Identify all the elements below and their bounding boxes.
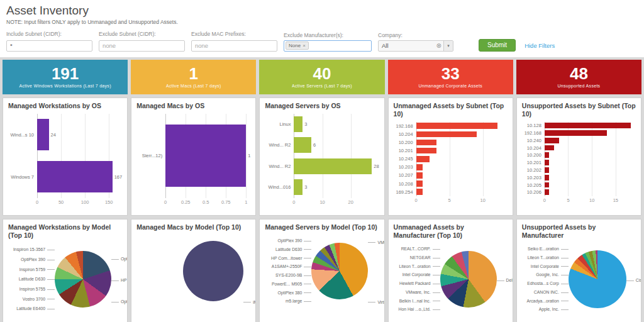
pie (183, 241, 243, 301)
category-label: 10.128 (522, 123, 545, 128)
pie-area: REALT...CORP.NETGEARLiteon T...orationIn… (394, 242, 508, 316)
kpi-value: 1 (189, 65, 198, 82)
kpi-active-macs: 1 Active Macs (Last 7 days) (131, 60, 256, 94)
slice-label: Cisco Meraki (626, 278, 641, 282)
bar-area (416, 171, 508, 179)
pie-labels-right: Dell Inc. (497, 242, 513, 316)
pie-area: Inspiron 15-3567OptiPlex 390Inspiron 575… (8, 242, 122, 316)
bar-area (416, 155, 508, 163)
kpi-value: 48 (570, 65, 588, 82)
exclude-mac-input[interactable] (191, 40, 277, 52)
filter-include-subnet: Include Subnet (CIDR): (6, 31, 92, 52)
chart-title: Managed Macs by Model (Top 10) (136, 223, 250, 231)
exclude-manufacturer-input[interactable]: None × (284, 40, 372, 52)
filters-note: NOTE: Input filters ONLY apply to Unmana… (6, 19, 638, 25)
filter-exclude-subnet: Exclude Subnet (CIDR): (99, 31, 185, 52)
bar-plot: Wind...s 1024Windows 7167 (8, 114, 122, 198)
slice-label: HP Com...itower (271, 256, 311, 260)
bar-row: Linux3 (265, 114, 379, 135)
slice-label: HP Com...itower (111, 278, 128, 282)
x-tick-label: 0.75 (221, 199, 231, 205)
chart-managed-workstations-by-os: Managed Workstations by OS Wind...s 1024… (3, 97, 128, 216)
bar-plot: 10.128192.16810.24010.20410.20010.20110.… (522, 122, 636, 196)
slice-label: OptiPlex 380 (277, 291, 311, 295)
bar-chart: Linux3Wind... R26Wind... R228Wind...0163… (265, 114, 379, 206)
kpi-active-windows-workstations: 191 Active Windows Workstations (Last 7 … (3, 60, 128, 94)
slice-label: Inspiron 5755 (19, 287, 55, 291)
kpi-row: 191 Active Windows Workstations (Last 7 … (3, 60, 641, 94)
category-label: Wind...016 (265, 184, 294, 190)
kpi-label: Unmanaged Corporate Assets (418, 84, 482, 88)
bar-row: 10.245 (394, 155, 508, 163)
bar-area (545, 136, 636, 144)
chart-managed-servers-by-model: Managed Servers by Model (Top 10) OptiPl… (259, 219, 384, 322)
bar (545, 175, 550, 180)
chart-managed-macs-by-model: Managed Macs by Model (Top 10) iMac12,1 (131, 219, 256, 322)
bar-row: 10.203 (522, 174, 636, 181)
x-tick-label: 15 (613, 197, 618, 203)
bar (545, 123, 631, 128)
bar-area (545, 167, 636, 174)
category-label: Sierr...12) (136, 153, 165, 158)
chart-unmanaged-assets-by-manufacturer: Unmanaged Assets by Manufacturer (Top 10… (388, 219, 513, 322)
bar-row: Wind... R26 (265, 135, 379, 156)
include-subnet-label: Include Subnet (CIDR): (6, 31, 92, 37)
bar (416, 148, 436, 154)
value-label: 1 (248, 153, 250, 158)
x-tick-label: 150 (105, 199, 113, 205)
x-tick-label: 0.5 (203, 199, 209, 205)
slice-label: Latitude D630 (275, 247, 311, 252)
bar-row: 10.205 (522, 181, 636, 189)
chart-title: Managed Servers by Model (Top 10) (265, 223, 379, 231)
category-label: 10.204 (522, 145, 545, 151)
kpi-unsupported-assets: 48 Unsupported Assets (516, 60, 641, 94)
bar-row: Windows 7167 (8, 156, 122, 198)
company-select[interactable]: All ⊗ ▾ (378, 40, 453, 52)
value-label: 24 (51, 132, 56, 138)
bar-area (416, 188, 508, 196)
bar-area: 28 (294, 156, 379, 177)
slice-label: Intel Corporate (531, 264, 569, 269)
kpi-label: Active Macs (Last 7 days) (166, 84, 221, 88)
filter-company: Company: All ⊗ ▾ (378, 32, 453, 52)
bar-row: Sierr...12)1 (136, 114, 250, 198)
x-tick-label: 10 (480, 197, 486, 203)
kpi-value: 40 (313, 65, 331, 82)
x-tick-label: 0 (292, 199, 295, 205)
bar-area: 24 (37, 114, 122, 156)
bar-area (545, 189, 636, 196)
chart-unmanaged-assets-by-subnet: Unmanaged Assets by Subnet (Top 10) 192.… (388, 97, 513, 216)
value-label: 28 (374, 164, 379, 169)
pie-area: iMac12,1 (136, 234, 250, 308)
value-label: 167 (114, 174, 123, 180)
x-axis: 050100150 (37, 198, 121, 206)
submit-button[interactable]: Submit (479, 39, 516, 52)
slice-label: A1SAM+-2550F (272, 264, 312, 269)
x-tick-label: 0 (164, 199, 167, 205)
pie-labels-left: Inspiron 15-3567OptiPlex 390Inspiron 575… (8, 242, 55, 316)
category-label: Linux (265, 121, 294, 127)
dashboard: 191 Active Windows Workstations (Last 7 … (0, 57, 644, 322)
category-label: 10.201 (394, 148, 416, 153)
x-tick-label: 100 (81, 199, 89, 205)
bar-area (416, 122, 508, 130)
slice-label: SYS-E200-9B (275, 273, 311, 277)
include-subnet-input[interactable] (6, 40, 92, 52)
bar (545, 138, 559, 143)
category-label: Windows 7 (8, 174, 37, 180)
clear-icon[interactable]: ⊗ (435, 42, 443, 49)
category-label: 192.168 (394, 123, 416, 129)
hide-filters-link[interactable]: Hide Filters (525, 42, 555, 49)
chip-remove-icon[interactable]: × (303, 43, 306, 48)
x-tick-label: 5 (448, 197, 451, 203)
chevron-down-icon[interactable]: ▾ (443, 41, 453, 51)
category-label: 10.205 (522, 182, 545, 188)
chart-managed-servers-by-os: Managed Servers by OS Linux3Wind... R26W… (259, 97, 384, 216)
exclude-subnet-input[interactable] (99, 40, 185, 52)
category-label: 10.203 (394, 164, 416, 170)
pie-labels-left: REALT...CORP.NETGEARLiteon T...orationIn… (394, 242, 440, 316)
kpi-label: Unsupported Assets (557, 84, 600, 88)
slice-label: NETGEAR (410, 255, 440, 260)
bar-area (545, 130, 636, 137)
slice-label: Google, Inc. (536, 272, 569, 277)
